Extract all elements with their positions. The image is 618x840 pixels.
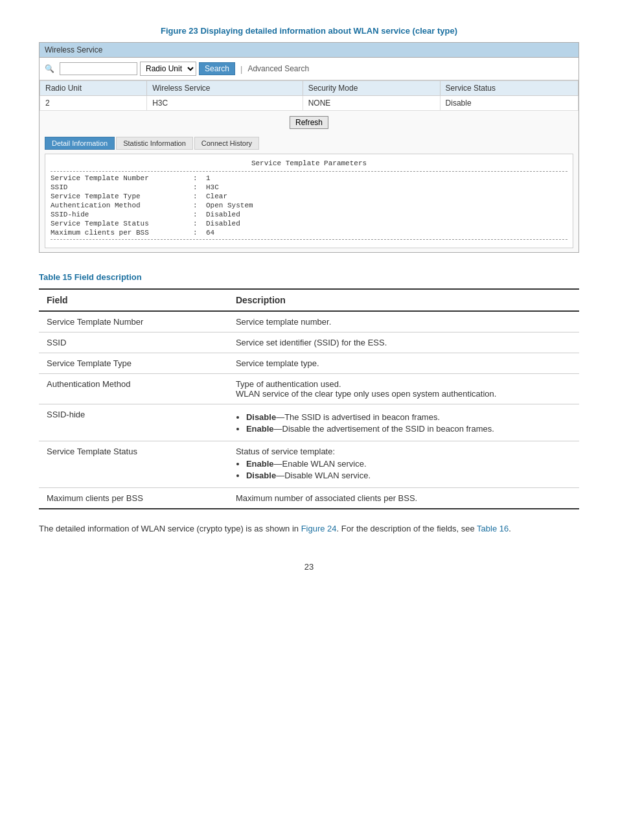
search-button[interactable]: Search	[199, 62, 235, 75]
bold-term: Enable	[246, 424, 274, 434]
desc-cell: Type of authentication used.WLAN service…	[228, 374, 579, 404]
detail-key: SSID	[51, 183, 193, 191]
section-title: Service Template Parameters	[51, 159, 567, 167]
col-wireless-service: Wireless Service	[147, 81, 303, 96]
desc-col-desc: Description	[228, 289, 579, 311]
field-cell: Service Template Number	[39, 311, 228, 332]
detail-row: SSID-hide: Disabled	[51, 211, 567, 218]
list-item: Disable—Disable WLAN service.	[246, 471, 571, 480]
desc-intro: Status of service template:	[236, 447, 571, 456]
footer-text-before: The detailed information of WLAN service…	[39, 524, 301, 533]
desc-cell: Service set identifier (SSID) for the ES…	[228, 332, 579, 353]
detail-key: SSID-hide	[51, 211, 193, 218]
detail-colon: :	[193, 183, 206, 191]
detail-value: Disabled	[206, 220, 240, 228]
detail-row: Service Template Type: Clear	[51, 192, 567, 200]
detail-key: Maximum clients per BSS	[51, 229, 193, 237]
table-cell: H3C	[147, 96, 303, 111]
detail-panel: Service Template Parameters Service Temp…	[45, 154, 573, 248]
separator: |	[240, 64, 242, 74]
detail-row: SSID: H3C	[51, 183, 567, 191]
refresh-area: Refresh	[40, 111, 578, 134]
detail-key: Service Template Type	[51, 192, 193, 200]
col-security-mode: Security Mode	[303, 81, 440, 96]
col-radio-unit: Radio Unit	[40, 81, 147, 96]
detail-value: H3C	[206, 183, 219, 191]
table-row: Authentication MethodType of authenticat…	[39, 374, 579, 404]
table-row: SSID-hideDisable—The SSID is advertised …	[39, 404, 579, 441]
detail-row: Maximum clients per BSS: 64	[51, 229, 567, 237]
tab-statistic-information[interactable]: Statistic Information	[116, 137, 193, 150]
detail-key: Authentication Method	[51, 202, 193, 209]
field-cell: Maximum clients per BSS	[39, 488, 228, 509]
bullet-list: Enable—Enable WLAN service.Disable—Disab…	[236, 459, 571, 480]
divider-bottom	[51, 239, 567, 240]
detail-colon: :	[193, 211, 206, 218]
desc-intro: Type of authentication used.	[236, 379, 571, 389]
table15-title: Table 15 Field description	[39, 272, 579, 282]
detail-value: 64	[206, 229, 214, 237]
field-cell: SSID	[39, 332, 228, 353]
table-row: 2H3CNONEDisable	[40, 96, 578, 111]
detail-colon: :	[193, 192, 206, 200]
table-cell: 2	[40, 96, 147, 111]
field-cell: Service Template Status	[39, 441, 228, 488]
list-item: Enable—Enable WLAN service.	[246, 459, 571, 469]
field-cell: Authentication Method	[39, 374, 228, 404]
col-service-status: Service Status	[440, 81, 578, 96]
bullet-list: Disable—The SSID is advertised in beacon…	[236, 412, 571, 434]
detail-row: Service Template Number: 1	[51, 174, 567, 182]
field-cell: SSID-hide	[39, 404, 228, 441]
list-item: Enable—Disable the advertisement of the …	[246, 424, 571, 434]
field-cell: Service Template Type	[39, 353, 228, 374]
desc-cell: Status of service template:Enable—Enable…	[228, 441, 579, 488]
desc-col-field: Field	[39, 289, 228, 311]
detail-colon: :	[193, 202, 206, 209]
detail-colon: :	[193, 229, 206, 237]
advanced-search-link[interactable]: Advanced Search	[247, 64, 309, 73]
desc-cell: Service template number.	[228, 311, 579, 332]
ui-screenshot: Wireless Service 🔍 Radio Unit Search | A…	[39, 42, 579, 253]
bold-term: Disable	[246, 471, 276, 480]
desc-sub: WLAN service of the clear type only uses…	[236, 389, 571, 399]
bold-term: Enable	[246, 459, 274, 469]
detail-colon: :	[193, 220, 206, 228]
table-row: Service Template TypeService template ty…	[39, 353, 579, 374]
search-icon: 🔍	[45, 64, 54, 73]
footer-text-after: .	[509, 524, 511, 533]
detail-value: Open System	[206, 202, 253, 209]
ui-titlebar: Wireless Service	[40, 43, 578, 58]
ui-toolbar: 🔍 Radio Unit Search | Advanced Search	[40, 58, 578, 80]
detail-tabs: Detail InformationStatistic InformationC…	[40, 134, 578, 150]
figure-title: Figure 23 Displaying detailed informatio…	[39, 26, 579, 36]
search-input[interactable]	[60, 62, 137, 75]
divider-top	[51, 171, 567, 172]
description-table: Field Description Service Template Numbe…	[39, 288, 579, 509]
table-cell: Disable	[440, 96, 578, 111]
tab-detail-information[interactable]: Detail Information	[45, 137, 115, 150]
desc-cell: Maximum number of associated clients per…	[228, 488, 579, 509]
table-row: SSIDService set identifier (SSID) for th…	[39, 332, 579, 353]
wireless-service-table: Radio Unit Wireless Service Security Mod…	[40, 80, 578, 111]
detail-value: Clear	[206, 192, 227, 200]
desc-cell: Service template type.	[228, 353, 579, 374]
list-item: Disable—The SSID is advertised in beacon…	[246, 412, 571, 422]
bold-term: Disable	[246, 412, 276, 422]
table16-link[interactable]: Table 16	[477, 524, 509, 533]
detail-row: Service Template Status: Disabled	[51, 220, 567, 228]
table-cell: NONE	[303, 96, 440, 111]
page-number: 23	[39, 562, 579, 572]
detail-key: Service Template Status	[51, 220, 193, 228]
detail-row: Authentication Method: Open System	[51, 202, 567, 209]
radio-unit-select[interactable]: Radio Unit	[140, 62, 196, 76]
footer-text-middle: . For the description of the fields, see	[337, 524, 477, 533]
tab-connect-history[interactable]: Connect History	[194, 137, 259, 150]
refresh-button[interactable]: Refresh	[290, 116, 328, 129]
desc-cell: Disable—The SSID is advertised in beacon…	[228, 404, 579, 441]
figure24-link[interactable]: Figure 24	[301, 524, 337, 533]
table-row: Maximum clients per BSSMaximum number of…	[39, 488, 579, 509]
detail-value: 1	[206, 174, 211, 182]
table-row: Service Template NumberService template …	[39, 311, 579, 332]
table-row: Service Template StatusStatus of service…	[39, 441, 579, 488]
detail-colon: :	[193, 174, 206, 182]
